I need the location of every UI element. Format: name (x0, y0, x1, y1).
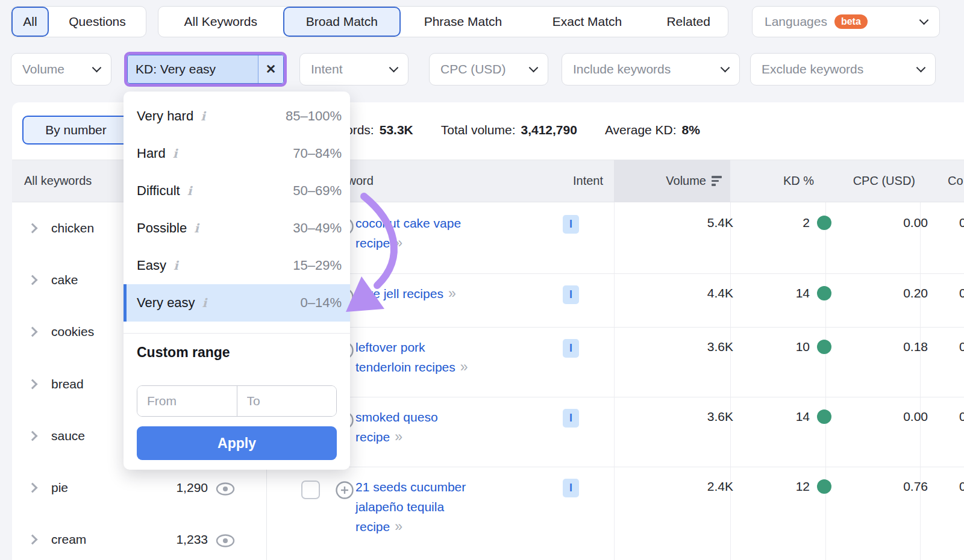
chevron-right-icon[interactable] (28, 535, 38, 545)
add-keyword-icon[interactable] (335, 481, 354, 502)
open-keyword-icon[interactable]: » (395, 429, 401, 444)
keyword-text[interactable]: coconut cake vape recipe (355, 216, 461, 250)
info-icon[interactable]: i (194, 221, 199, 235)
table-row[interactable]: sure jell recipes» I 4.4K 14 0.20 0.0 (266, 274, 964, 328)
table-row[interactable]: coconut cake vape recipe» I 5.4K 2 0.00 … (266, 204, 964, 274)
column-header-cpc[interactable]: CPC (USD) (821, 160, 915, 202)
tab-broad-match[interactable]: Broad Match (283, 7, 401, 37)
open-keyword-icon[interactable]: » (460, 359, 467, 375)
info-icon[interactable]: i (173, 146, 178, 161)
sort-desc-icon[interactable] (712, 176, 722, 186)
intent-badge[interactable]: I (563, 339, 579, 358)
keyword-link[interactable]: sure jell recipes» (355, 284, 479, 303)
tab-exact-match[interactable]: Exact Match (525, 7, 649, 37)
volume-cell: 5.4K (601, 216, 733, 230)
chevron-right-icon[interactable] (28, 275, 38, 285)
eye-icon[interactable] (215, 534, 236, 550)
kd-value: 14 (796, 286, 810, 300)
exclude-keywords-dropdown[interactable]: Exclude keywords (750, 53, 936, 86)
column-header-competition[interactable]: Co (948, 160, 963, 202)
sidebar-header-all-keywords[interactable]: All keywords (24, 160, 92, 202)
kd-dot-icon (817, 409, 831, 424)
info-icon[interactable]: i (187, 184, 192, 198)
cpc-filter-dropdown[interactable]: CPC (USD) (429, 53, 548, 86)
column-header-volume[interactable]: Volume (614, 160, 730, 202)
by-number-button[interactable]: By number (22, 116, 130, 145)
sidebar-item-label: cream (51, 532, 86, 547)
keyword-text[interactable]: 21 seeds cucumber jalapeño tequila recip… (355, 480, 466, 534)
tab-all-keywords[interactable]: All Keywords (158, 7, 283, 37)
column-header-kd[interactable]: KD % (730, 160, 814, 202)
chevron-right-icon[interactable] (28, 431, 38, 441)
table-row[interactable]: 21 seeds cucumber jalapeño tequila recip… (266, 467, 964, 560)
stat-label: Average KD: (605, 123, 677, 137)
chevron-right-icon[interactable] (28, 223, 38, 234)
kd-dot-icon (817, 216, 831, 230)
chevron-down-icon (92, 63, 102, 73)
table-row[interactable]: leftover pork tenderloin recipes» I 3.6K… (266, 328, 964, 397)
kd-option-label: Very hard (137, 108, 193, 124)
cpc-filter-label: CPC (USD) (440, 62, 506, 76)
kd-option-label: Difficult (137, 183, 180, 199)
column-header-intent[interactable]: Intent (519, 160, 603, 202)
sidebar-item-cream[interactable]: cream 1,233 (12, 527, 266, 554)
languages-label: Languages (765, 14, 827, 29)
intent-filter-dropdown[interactable]: Intent (299, 53, 408, 86)
competition-cell: 0.0 (959, 216, 964, 230)
keyword-link[interactable]: coconut cake vape recipe» (355, 213, 479, 253)
competition-cell: 0.2 (959, 479, 964, 494)
volume-filter-dropdown[interactable]: Volume (11, 53, 111, 86)
open-keyword-icon[interactable]: » (448, 285, 455, 301)
intent-badge[interactable]: I (563, 479, 579, 497)
close-icon[interactable]: ✕ (258, 55, 283, 83)
chevron-right-icon[interactable] (28, 327, 38, 337)
exclude-keywords-label: Exclude keywords (762, 62, 863, 76)
sidebar-item-pie[interactable]: pie 1,290 (12, 476, 266, 502)
include-keywords-dropdown[interactable]: Include keywords (562, 53, 740, 86)
info-icon[interactable]: i (174, 258, 178, 273)
open-keyword-icon[interactable]: » (395, 235, 401, 250)
kd-option-difficult[interactable]: Difficult i 50–69% (124, 172, 350, 210)
info-icon[interactable]: i (202, 296, 207, 310)
kd-option-range: 0–14% (300, 295, 342, 311)
row-checkbox[interactable] (301, 481, 320, 499)
kd-option-range: 70–84% (293, 146, 342, 161)
languages-dropdown[interactable]: Languages beta (752, 6, 940, 37)
keyword-link[interactable]: smoked queso recipe» (355, 407, 479, 447)
tab-related[interactable]: Related (649, 7, 728, 37)
cpc-cell: 0.20 (833, 286, 928, 300)
stat-average-kd: Average KD: 8% (605, 123, 700, 137)
competition-cell: 0.0 (959, 286, 964, 300)
keyword-link[interactable]: leftover pork tenderloin recipes» (355, 337, 479, 377)
keyword-text[interactable]: leftover pork tenderloin recipes (355, 340, 455, 374)
include-keywords-label: Include keywords (573, 62, 671, 76)
chevron-right-icon[interactable] (28, 483, 38, 493)
kd-to-input[interactable] (237, 386, 337, 416)
keyword-link[interactable]: 21 seeds cucumber jalapeño tequila recip… (355, 477, 479, 537)
kd-option-hard[interactable]: Hard i 70–84% (124, 135, 350, 172)
intent-badge[interactable]: I (563, 215, 579, 234)
custom-range-inputs (137, 385, 337, 417)
kd-option-very-easy[interactable]: Very easy i 0–14% (124, 284, 350, 322)
table-row[interactable]: smoked queso recipe» I 3.6K 14 0.00 0.0 (266, 397, 964, 467)
competition-cell: 0.0 (959, 340, 964, 354)
match-type-group-1: All Questions (11, 6, 146, 37)
kd-from-input[interactable] (137, 386, 237, 416)
kd-filter-chip[interactable]: KD: Very easy ✕ (127, 55, 284, 84)
intent-badge[interactable]: I (563, 285, 579, 304)
chevron-down-icon (916, 63, 926, 73)
open-keyword-icon[interactable]: » (395, 518, 401, 534)
kd-option-very-hard[interactable]: Very hard i 85–100% (124, 98, 350, 135)
kd-option-easy[interactable]: Easy i 15–29% (124, 247, 350, 284)
info-icon[interactable]: i (201, 109, 205, 123)
intent-badge[interactable]: I (563, 409, 579, 428)
chevron-right-icon[interactable] (28, 379, 38, 390)
kd-option-possible[interactable]: Possible i 30–49% (124, 210, 350, 247)
kd-value: 10 (796, 340, 810, 354)
apply-button[interactable]: Apply (137, 426, 337, 460)
eye-icon[interactable] (215, 482, 236, 499)
tab-phrase-match[interactable]: Phrase Match (401, 7, 525, 37)
keyword-text[interactable]: sure jell recipes (355, 287, 443, 300)
tab-all[interactable]: All (11, 7, 49, 37)
tab-questions[interactable]: Questions (49, 7, 146, 37)
